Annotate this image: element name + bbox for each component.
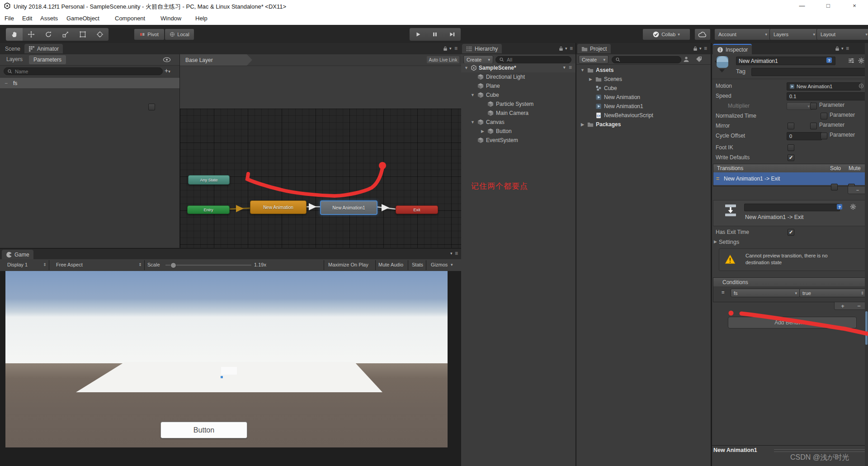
play-button[interactable] <box>409 28 427 41</box>
presets-icon[interactable] <box>848 58 854 63</box>
pause-button[interactable] <box>426 28 444 41</box>
panel-menu-icon[interactable]: ≡ <box>454 45 458 52</box>
lock-icon[interactable] <box>835 46 840 52</box>
transition-name-field[interactable] <box>744 204 840 211</box>
state-node-new-animation1-selected[interactable]: New Animation1 <box>320 200 377 215</box>
mirror-parameter-checkbox[interactable] <box>810 123 817 129</box>
close-button[interactable]: × <box>844 0 865 12</box>
search-by-type-icon[interactable] <box>683 56 689 62</box>
create-dropdown[interactable]: Create ▾ <box>579 55 609 64</box>
hierarchy-scene-row[interactable]: ▼ SampleScene* ▾ ≡ <box>461 63 576 72</box>
lock-icon[interactable] <box>693 46 698 52</box>
layout-dropdown[interactable]: Layout ▾ <box>816 29 868 40</box>
project-item-packages[interactable]: ▶Packages <box>580 120 621 129</box>
multiplier-parameter-checkbox[interactable] <box>810 103 817 109</box>
menu-help[interactable]: Help <box>195 14 208 23</box>
panel-menu-icon[interactable]: ≡ <box>570 45 573 52</box>
scale-slider-track[interactable] <box>165 265 251 266</box>
maximize-button[interactable]: □ <box>817 0 839 12</box>
chevron-down-icon[interactable]: ▾ <box>699 46 702 51</box>
transform-tool-button[interactable] <box>91 28 109 41</box>
hierarchy-item-canvas[interactable]: ▼Canvas <box>470 118 505 127</box>
object-picker-icon[interactable] <box>859 83 864 89</box>
eye-icon[interactable] <box>163 57 171 62</box>
has-exit-time-checkbox[interactable]: ✓ <box>788 229 794 236</box>
panel-menu-icon[interactable]: ≡ <box>846 45 849 52</box>
scrollbar-thumb[interactable] <box>865 311 868 345</box>
foldout-closed-icon[interactable]: ▶ <box>713 239 718 244</box>
hierarchy-item-directional-light[interactable]: Directional Light <box>477 72 525 81</box>
menu-edit[interactable]: Edit <box>22 14 32 23</box>
foldout-open-icon[interactable]: ▼ <box>580 68 585 72</box>
gear-icon[interactable] <box>858 57 864 64</box>
state-name-field[interactable]: New Animation1 <box>736 57 835 65</box>
hand-tool-button[interactable] <box>5 28 24 41</box>
remove-condition-button[interactable]: − <box>857 303 861 309</box>
tab-layers[interactable]: Layers <box>6 56 23 62</box>
tab-hierarchy[interactable]: Hierarchy <box>462 44 502 53</box>
foldout-closed-icon[interactable]: ▶ <box>480 129 485 133</box>
foot-ik-checkbox[interactable] <box>788 144 794 151</box>
create-dropdown[interactable]: Create ▾ <box>463 55 493 64</box>
cycle-offset-parameter-checkbox[interactable] <box>821 133 827 139</box>
parameter-row-fs[interactable]: − fs <box>0 78 179 88</box>
chevron-down-icon[interactable]: ▾ <box>449 46 452 51</box>
help-icon[interactable] <box>826 57 832 63</box>
ingame-ui-button[interactable]: Button <box>160 422 247 438</box>
tab-game[interactable]: Game <box>2 250 33 259</box>
normalized-time-parameter-checkbox[interactable] <box>821 113 827 119</box>
lock-icon[interactable] <box>443 46 448 52</box>
tab-animator[interactable]: Animator <box>24 44 63 53</box>
tag-field[interactable] <box>751 68 868 76</box>
solo-checkbox[interactable] <box>831 184 838 190</box>
hierarchy-search-input[interactable]: All <box>495 56 571 63</box>
search-by-label-icon[interactable] <box>696 56 702 62</box>
hierarchy-item-cube[interactable]: ▼Cube <box>470 90 499 100</box>
project-item-assets[interactable]: ▼Assets <box>580 66 613 75</box>
add-behaviour-button[interactable]: Add Behaviour <box>728 317 857 328</box>
rect-tool-button[interactable] <box>74 28 92 41</box>
project-item-new-animation1[interactable]: New Animation1 <box>595 102 643 111</box>
hierarchy-item-plane[interactable]: Plane <box>477 81 500 90</box>
chevron-down-icon[interactable]: ▾ <box>841 46 844 51</box>
parameter-search-input[interactable]: Name <box>4 67 163 75</box>
chevron-down-icon[interactable]: ▾ <box>450 251 453 256</box>
hierarchy-item-button[interactable]: ▶Button <box>480 127 512 136</box>
local-toggle-button[interactable]: Local <box>165 29 194 40</box>
step-button[interactable] <box>443 28 461 41</box>
mute-audio-toggle[interactable]: Mute Audio <box>378 262 403 267</box>
add-condition-button[interactable]: + <box>841 303 844 309</box>
state-node-new-animation[interactable]: New Animation <box>250 200 307 214</box>
rotate-tool-button[interactable] <box>40 28 57 41</box>
project-search-input[interactable] <box>612 56 681 63</box>
condition-value-dropdown[interactable]: true ⇕ <box>799 289 867 297</box>
foldout-open-icon[interactable]: ▼ <box>470 93 475 97</box>
menu-assets[interactable]: Assets <box>40 14 58 23</box>
game-viewport[interactable]: Button <box>5 271 448 447</box>
foldout-open-icon[interactable]: ▼ <box>464 66 469 70</box>
menu-component[interactable]: Component <box>115 14 145 23</box>
collab-button[interactable]: Collab ▾ <box>642 29 690 40</box>
scrollbar-track[interactable] <box>865 43 868 466</box>
gear-icon[interactable] <box>850 204 856 210</box>
project-item-scenes[interactable]: ▶Scenes <box>588 75 622 84</box>
tab-parameters[interactable]: Parameters <box>29 55 66 64</box>
row-menu-icon[interactable]: ≡ <box>569 64 572 71</box>
multiplier-dropdown[interactable]: ▾ <box>787 102 813 110</box>
lock-icon[interactable] <box>559 46 563 52</box>
menu-gameobject[interactable]: GameObject <box>66 14 99 23</box>
scale-slider-thumb[interactable] <box>170 262 176 268</box>
project-item-cube-controller[interactable]: Cube <box>595 84 617 93</box>
account-dropdown[interactable]: Account ▾ <box>714 29 771 40</box>
panel-menu-icon[interactable]: ≡ <box>455 250 458 257</box>
cycle-offset-field[interactable]: 0 <box>787 132 822 140</box>
parameter-fs-checkbox[interactable] <box>148 104 155 110</box>
state-node-any-state[interactable]: Any State <box>188 175 230 185</box>
add-parameter-button[interactable]: +▾ <box>165 67 170 74</box>
minimize-button[interactable]: — <box>791 0 813 12</box>
scale-tool-button[interactable] <box>57 28 75 41</box>
display-dropdown[interactable]: Display 1 <box>7 262 28 267</box>
state-node-exit[interactable]: Exit <box>396 205 438 214</box>
chevron-down-icon[interactable]: ▾ <box>565 46 567 51</box>
aspect-dropdown[interactable]: Free Aspect <box>56 262 83 267</box>
